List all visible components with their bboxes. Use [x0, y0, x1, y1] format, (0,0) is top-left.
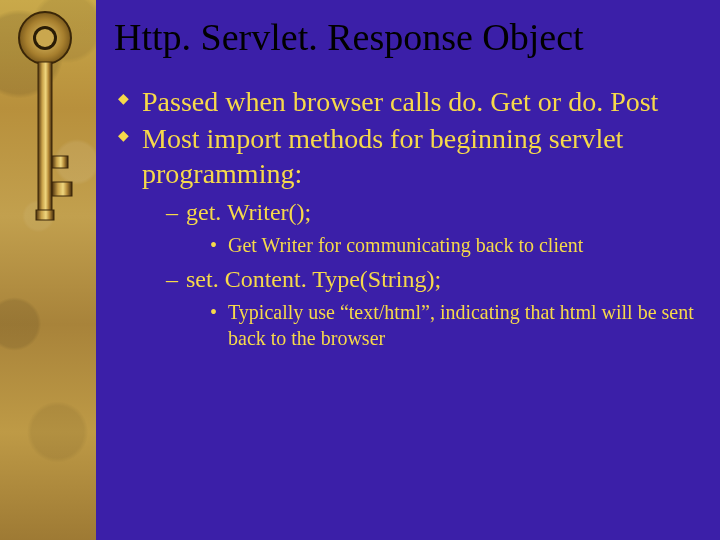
sub-bullet-text: get. Writer();	[186, 199, 311, 225]
bullet-item: Most import methods for beginning servle…	[118, 121, 696, 351]
bullet-item: Passed when browser calls do. Get or do.…	[118, 84, 696, 119]
detail-bullet-item: Get Writer for communicating back to cli…	[210, 232, 696, 258]
decorative-sidebar	[0, 0, 96, 540]
bullet-list: Passed when browser calls do. Get or do.…	[118, 84, 696, 351]
sub-bullet-item: get. Writer(); Get Writer for communicat…	[166, 197, 696, 258]
svg-rect-3	[38, 62, 52, 212]
detail-bullet-list: Get Writer for communicating back to cli…	[210, 232, 696, 258]
sub-bullet-item: set. Content. Type(String); Typically us…	[166, 264, 696, 351]
content-area: Http. Servlet. Response Object Passed wh…	[96, 0, 720, 540]
sub-bullet-text: set. Content. Type(String);	[186, 266, 441, 292]
svg-point-2	[36, 29, 54, 47]
sub-bullet-list: get. Writer(); Get Writer for communicat…	[166, 197, 696, 351]
svg-rect-4	[52, 156, 68, 168]
bullet-text: Most import methods for beginning servle…	[142, 123, 623, 189]
detail-bullet-item: Typically use “text/html”, indicating th…	[210, 299, 696, 351]
slide: Http. Servlet. Response Object Passed wh…	[0, 0, 720, 540]
detail-bullet-list: Typically use “text/html”, indicating th…	[210, 299, 696, 351]
slide-title: Http. Servlet. Response Object	[114, 18, 696, 58]
svg-rect-5	[52, 182, 72, 196]
key-icon	[16, 6, 74, 236]
svg-rect-6	[36, 210, 54, 220]
